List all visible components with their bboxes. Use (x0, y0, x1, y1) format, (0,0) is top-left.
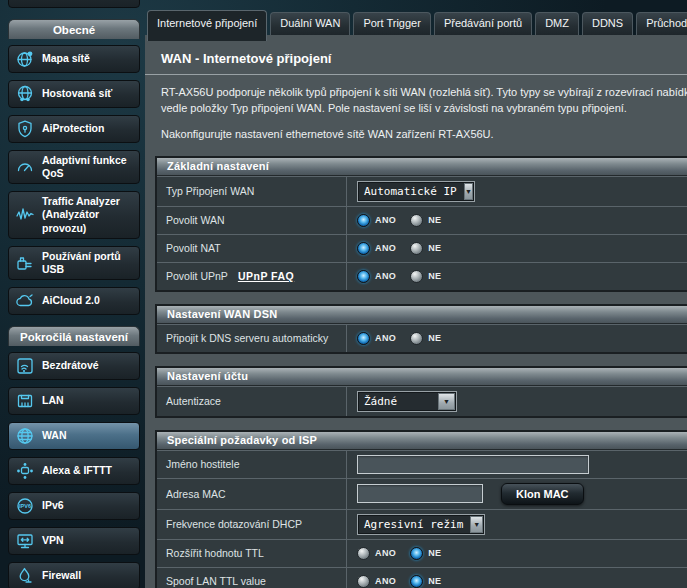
sidebar-item-label: Používání portů USB (42, 250, 136, 276)
sidebar-section-general: Obecné (8, 19, 140, 39)
lan-port-icon (15, 391, 35, 411)
tab-nat-passthrough[interactable]: Průchod NAT (636, 12, 687, 35)
radio-yes[interactable] (357, 242, 370, 255)
dhcp-query-frequency-select[interactable]: Agresivní režim ▼ (357, 514, 485, 535)
radio-yes[interactable] (357, 332, 370, 345)
row-label: Spoof LAN TTL value (157, 568, 347, 588)
enable-nat-radio-group: ANO NE (357, 242, 451, 255)
radio-no[interactable] (410, 242, 423, 255)
network-map-icon (15, 49, 35, 69)
row-label: Povolit UPnP (166, 270, 228, 282)
sidebar-item-label: VPN (42, 534, 64, 547)
tab-ddns[interactable]: DDNS (582, 12, 633, 35)
basic-settings-table: Základní nastavení Typ Připojení WAN Aut… (155, 156, 687, 292)
chevron-down-icon: ▼ (470, 516, 483, 533)
wan-dns-table: Nastavení WAN DSN Připojit k DNS serveru… (155, 304, 687, 354)
sidebar-item-wan[interactable]: WAN (8, 422, 140, 450)
row-label: Povolit WAN (157, 207, 347, 234)
sidebar-item-traffic-analyzer[interactable]: Traffic Analyzer (Analyzátor provozu) (8, 191, 140, 238)
section-title: Nastavení WAN DSN (157, 306, 687, 324)
usb-icon (15, 253, 35, 273)
radio-yes[interactable] (357, 214, 370, 227)
svg-text:IPV6: IPV6 (19, 503, 31, 509)
row-label: Jméno hostitele (157, 451, 347, 478)
tab-internet-connection[interactable]: Internetové připojení (147, 10, 267, 41)
sidebar-item-label: Hostovaná síť (42, 87, 112, 100)
enable-wan-radio-group: ANO NE (357, 214, 451, 227)
radio-no[interactable] (410, 332, 423, 345)
guest-network-icon (15, 84, 35, 104)
sidebar-item-alexa-ifttt[interactable]: Alexa & IFTTT (8, 457, 140, 485)
shield-icon (15, 119, 35, 139)
upnp-faq-link[interactable]: UPnP FAQ (238, 270, 294, 282)
radio-no[interactable] (410, 214, 423, 227)
radio-yes[interactable] (357, 547, 370, 560)
authentication-select[interactable]: Žádné ▼ (357, 391, 457, 412)
tab-port-trigger[interactable]: Port Trigger (353, 12, 430, 35)
sidebar-item-adaptive-qos[interactable]: Adaptivní funkce QoS (8, 150, 140, 184)
sidebar-item-ipv6[interactable]: IPV6 IPv6 (8, 492, 140, 520)
sidebar: Rychlé nastavení Internetu Obecné Mapa s… (0, 0, 140, 588)
hostname-input[interactable] (357, 455, 589, 474)
sidebar-item-vpn[interactable]: VPN (8, 527, 140, 555)
sidebar-item-lan[interactable]: LAN (8, 387, 140, 415)
extend-ttl-radio-group: ANO NE (357, 547, 451, 560)
row-label: Typ Připojení WAN (157, 177, 347, 206)
tab-dual-wan[interactable]: Duální WAN (270, 12, 350, 35)
tab-dmz[interactable]: DMZ (535, 12, 579, 35)
wan-tab-bar: Internetové připojení Duální WAN Port Tr… (145, 0, 687, 35)
sidebar-item-usb-application[interactable]: Používání portů USB (8, 246, 140, 280)
sidebar-item-label: Rychlé nastavení Internetu (42, 0, 136, 3)
sidebar-item-firewall[interactable]: Firewall (8, 562, 140, 588)
wan-connection-type-select[interactable]: Automatické IP ▼ (357, 181, 475, 202)
sidebar-item-label: Alexa & IFTTT (42, 464, 112, 477)
clone-mac-button[interactable]: Klon MAC (501, 483, 584, 505)
sidebar-item-label: Firewall (42, 569, 81, 582)
table-row: Typ Připojení WAN Automatické IP ▼ (157, 176, 687, 206)
sidebar-item-label: Traffic Analyzer (Analyzátor provozu) (42, 195, 136, 234)
sidebar-section-advanced: Pokročilá nastavení (8, 326, 140, 346)
sidebar-item-label: Bezdrátové (42, 359, 99, 372)
spoof-lan-ttl-radio-group: ANO NE (357, 575, 451, 588)
table-row: Připojit k DNS serveru automaticky ANO N… (157, 324, 687, 352)
table-row: Spoof LAN TTL value ANO NE (157, 567, 687, 588)
sidebar-item-label: IPv6 (42, 499, 64, 512)
sidebar-item-quick-internet-setup[interactable]: Rychlé nastavení Internetu (8, 0, 140, 8)
dns-auto-radio-group: ANO NE (357, 332, 451, 345)
radio-yes[interactable] (357, 270, 370, 283)
sidebar-item-network-map[interactable]: Mapa sítě (8, 45, 140, 73)
section-title: Nastavení účtu (157, 368, 687, 386)
tab-port-forwarding[interactable]: Předávání portů (434, 12, 532, 35)
ipv6-icon: IPV6 (15, 496, 35, 516)
table-row: Rozšířit hodnotu TTL ANO NE (157, 539, 687, 567)
sidebar-item-label: LAN (42, 394, 64, 407)
gauge-icon (15, 157, 35, 177)
globe-icon (15, 426, 35, 446)
page-title: WAN - Internetové připojení (145, 49, 687, 75)
wifi-icon (15, 356, 35, 376)
radio-no[interactable] (410, 270, 423, 283)
table-row: Povolit NAT ANO NE (157, 234, 687, 262)
sidebar-item-wireless[interactable]: Bezdrátové (8, 352, 140, 380)
row-label: Frekvence dotazování DHCP (157, 510, 347, 539)
chevron-down-icon: ▼ (438, 393, 455, 410)
radio-yes[interactable] (357, 575, 370, 588)
router-admin-page: Rychlé nastavení Internetu Obecné Mapa s… (0, 0, 687, 588)
sidebar-item-guest-network[interactable]: Hostovaná síť (8, 80, 140, 108)
section-title: Základní nastavení (157, 158, 687, 176)
page-description-2: Nakonfigurujte nastavení ethernetové sít… (145, 127, 687, 143)
nodes-icon (15, 461, 35, 481)
sidebar-item-label: Adaptivní funkce QoS (42, 154, 136, 180)
radio-no[interactable] (410, 575, 423, 588)
table-row: Jméno hostitele (157, 450, 687, 478)
section-title: Speciální požadavky od ISP (157, 432, 687, 450)
table-row: Povolit WAN ANO NE (157, 206, 687, 234)
sidebar-item-label: AiCloud 2.0 (42, 294, 100, 307)
sidebar-item-aiprotection[interactable]: AiProtection (8, 115, 140, 143)
sidebar-item-label: AiProtection (42, 122, 104, 135)
sidebar-item-aicloud[interactable]: AiCloud 2.0 (8, 287, 140, 315)
radio-no[interactable] (410, 547, 423, 560)
table-row: Frekvence dotazování DHCP Agresivní reži… (157, 509, 687, 539)
mac-address-input[interactable] (357, 484, 483, 503)
table-row: Adresa MAC Klon MAC (157, 478, 687, 509)
